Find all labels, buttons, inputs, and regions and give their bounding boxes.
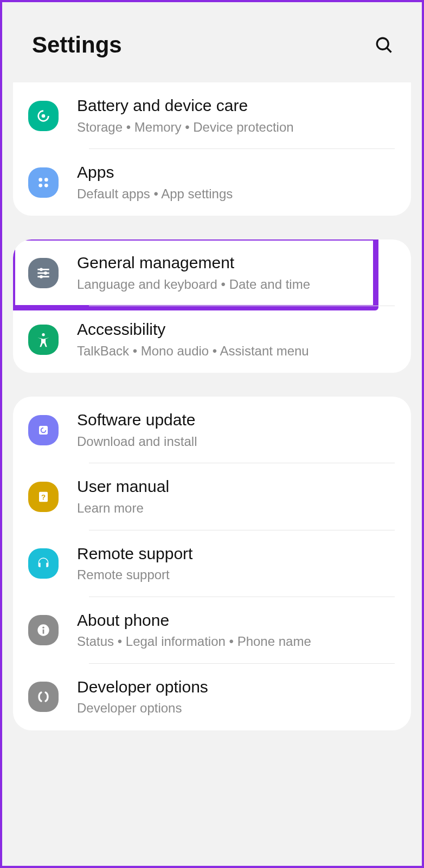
item-apps[interactable]: Apps Default apps • App settings	[13, 149, 411, 216]
svg-point-10	[44, 271, 47, 275]
svg-point-4	[44, 178, 48, 182]
item-developer-options[interactable]: Developer options Developer options	[13, 664, 411, 730]
svg-point-12	[40, 275, 43, 278]
item-subtitle: TalkBack • Mono audio • Assistant menu	[77, 342, 398, 360]
svg-text:?: ?	[41, 493, 46, 501]
item-title: Battery and device care	[77, 95, 398, 116]
item-subtitle: Default apps • App settings	[77, 185, 398, 203]
info-icon	[28, 615, 59, 645]
item-subtitle: Remote support	[77, 566, 398, 584]
item-title: Remote support	[77, 543, 398, 564]
svg-point-8	[40, 268, 43, 271]
page-title: Settings	[32, 32, 122, 58]
sliders-icon	[28, 258, 59, 288]
search-icon[interactable]	[373, 34, 395, 56]
settings-group: Battery and device care Storage • Memory…	[13, 82, 411, 216]
item-title: General management	[77, 252, 398, 273]
developer-icon	[28, 682, 59, 712]
item-subtitle: Download and install	[77, 432, 398, 451]
item-battery-device-care[interactable]: Battery and device care Storage • Memory…	[13, 82, 411, 149]
svg-rect-11	[37, 276, 49, 277]
header: Settings	[2, 2, 422, 82]
svg-line-1	[387, 48, 391, 53]
apps-icon	[28, 167, 59, 198]
svg-rect-9	[37, 272, 49, 274]
item-remote-support[interactable]: Remote support Remote support	[13, 530, 411, 597]
item-software-update[interactable]: Software update Download and install	[13, 397, 411, 463]
svg-rect-14	[39, 426, 48, 435]
accessibility-icon	[28, 325, 59, 355]
update-icon	[28, 415, 59, 445]
device-care-icon	[28, 101, 59, 131]
item-subtitle: Language and keyboard • Date and time	[77, 275, 398, 294]
item-about-phone[interactable]: About phone Status • Legal information •…	[13, 597, 411, 664]
item-title: Apps	[77, 162, 398, 183]
svg-point-3	[38, 178, 42, 182]
item-title: Software update	[77, 410, 398, 430]
item-subtitle: Storage • Memory • Device protection	[77, 118, 398, 137]
item-subtitle: Developer options	[77, 699, 398, 717]
manual-icon: ?	[28, 482, 59, 512]
item-subtitle: Learn more	[77, 499, 398, 517]
svg-point-6	[44, 184, 48, 187]
item-subtitle: Status • Legal information • Phone name	[77, 632, 398, 651]
item-user-manual[interactable]: ? User manual Learn more	[13, 463, 411, 530]
headset-icon	[28, 548, 59, 579]
svg-point-13	[42, 333, 44, 336]
item-title: User manual	[77, 476, 398, 497]
item-accessibility[interactable]: Accessibility TalkBack • Mono audio • As…	[13, 306, 411, 373]
settings-group: General management Language and keyboard…	[13, 239, 411, 373]
svg-point-5	[38, 184, 42, 187]
svg-point-18	[42, 627, 44, 629]
item-title: Developer options	[77, 677, 398, 697]
svg-rect-19	[43, 630, 44, 634]
svg-point-2	[42, 114, 46, 118]
item-title: Accessibility	[77, 319, 398, 340]
svg-point-0	[377, 38, 388, 49]
item-title: About phone	[77, 610, 398, 631]
svg-rect-7	[37, 269, 49, 270]
settings-group: Software update Download and install ? U…	[13, 397, 411, 730]
item-general-management[interactable]: General management Language and keyboard…	[13, 239, 411, 306]
